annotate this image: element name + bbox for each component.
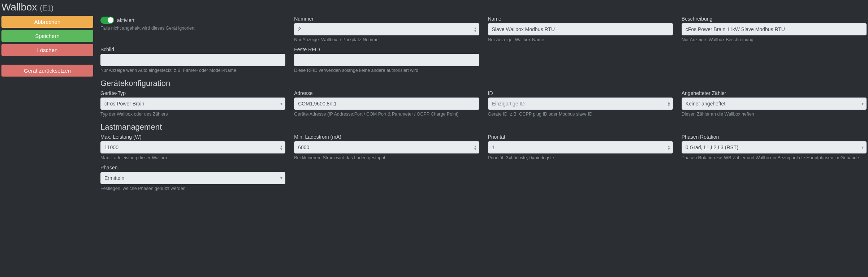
meter-label: Angehefteter Zähler bbox=[682, 90, 867, 96]
meter-select[interactable]: Keiner angeheftet bbox=[682, 98, 867, 110]
name-help: Nur Anzeige: Wallbox Name bbox=[488, 37, 673, 43]
number-help: Nur Anzeige: Wallbox- / Parkplatz-Nummer bbox=[294, 37, 479, 43]
maxp-input[interactable] bbox=[100, 141, 285, 153]
number-label: Nummer bbox=[294, 16, 479, 22]
desc-input[interactable] bbox=[682, 23, 867, 35]
prio-label: Priorität bbox=[488, 134, 673, 140]
meter-help: Diesen Zähler an die Wallbox heften bbox=[682, 111, 867, 117]
config-section-title: Gerätekonfiguration bbox=[100, 79, 867, 88]
addr-help: Geräte-Adresse (IP Addresse:Port / COM P… bbox=[294, 111, 479, 117]
name-label: Name bbox=[488, 16, 673, 22]
phases-select[interactable]: Ermitteln bbox=[100, 172, 285, 184]
content: aktiviert Falls nicht angehakt wird dies… bbox=[100, 16, 867, 195]
load-section-title: Lastmanagement bbox=[100, 122, 867, 132]
number-input[interactable] bbox=[294, 23, 479, 35]
activated-toggle[interactable] bbox=[100, 17, 114, 24]
minc-input[interactable] bbox=[294, 141, 479, 153]
phases-help: Festlegen, welche Phasen genutzt werden bbox=[100, 186, 285, 192]
activated-label: aktiviert bbox=[117, 17, 134, 23]
rfid-input[interactable] bbox=[294, 54, 479, 66]
prio-input[interactable] bbox=[488, 141, 673, 153]
desc-label: Beschreibung bbox=[682, 16, 867, 22]
sign-label: Schild bbox=[100, 47, 285, 52]
addr-input[interactable] bbox=[294, 98, 479, 110]
delete-button[interactable]: Löschen bbox=[1, 44, 93, 56]
type-help: Typ der Wallbox oder des Zählers bbox=[100, 111, 285, 117]
addr-label: Adresse bbox=[294, 90, 479, 96]
phases-label: Phasen bbox=[100, 165, 285, 170]
id-label: ID bbox=[488, 90, 673, 96]
minc-label: Min. Ladestrom (mA) bbox=[294, 134, 479, 140]
minc-help: Bei kleinerem Strom wird das Laden gesto… bbox=[294, 155, 479, 161]
rfid-label: Feste RFID bbox=[294, 47, 479, 52]
type-label: Geräte-Typ bbox=[100, 90, 285, 96]
sidebar: Abbrechen Speichern Löschen Gerät zurück… bbox=[1, 16, 93, 195]
name-input[interactable] bbox=[488, 23, 673, 35]
cancel-button[interactable]: Abbrechen bbox=[1, 16, 93, 28]
type-select[interactable]: cFos Power Brain bbox=[100, 98, 285, 110]
sign-help: Nur Anzeige wenn Auto eingesteckt: z.B. … bbox=[100, 68, 285, 74]
id-input[interactable] bbox=[488, 98, 673, 110]
sign-input[interactable] bbox=[100, 54, 285, 66]
rot-select[interactable]: 0 Grad, L1,L2,L3 (RST) bbox=[682, 141, 867, 153]
page-title: Wallbox (E1) bbox=[1, 1, 867, 13]
id-help: Geräte ID, z.B. OCPP plug ID oder Modbus… bbox=[488, 111, 673, 117]
maxp-help: Max. Ladeleistung dieser Wallbox bbox=[100, 155, 285, 161]
rfid-help: Diese RFID verwenden solange keine ander… bbox=[294, 68, 479, 74]
save-button[interactable]: Speichern bbox=[1, 30, 93, 42]
activated-help: Falls nicht angehakt wird dieses Gerät i… bbox=[100, 25, 285, 31]
desc-help: Nur Anzeige: Wallbox Beschreibung bbox=[682, 37, 867, 43]
prio-help: Priorität: 3=höchste, 0=niedrigste bbox=[488, 155, 673, 161]
rot-label: Phasen Rotation bbox=[682, 134, 867, 140]
reset-device-button[interactable]: Gerät zurücksetzen bbox=[1, 65, 93, 77]
rot-help: Phasen Rotation zw. WB-Zähler und Wallbo… bbox=[682, 155, 867, 161]
maxp-label: Max. Leistung (W) bbox=[100, 134, 285, 140]
